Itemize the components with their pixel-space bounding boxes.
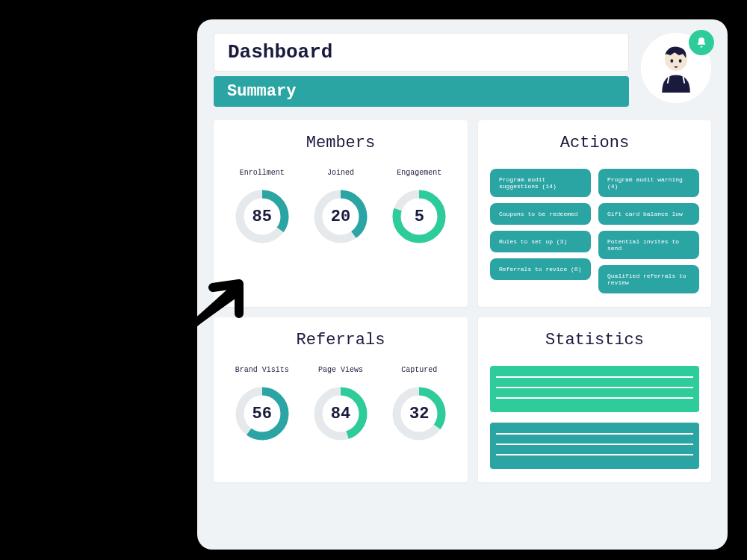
donut-item: Engagement 5 (383, 169, 456, 247)
donut-value: 84 (331, 405, 350, 423)
statistics-blocks (490, 366, 699, 469)
donut-value: 32 (409, 405, 429, 423)
page-title: Dashboard (214, 33, 629, 72)
action-pill[interactable]: Qualified referrals to review (598, 265, 699, 293)
action-pill[interactable]: Gift card balance low (598, 203, 699, 225)
bell-icon (695, 37, 707, 49)
avatar[interactable] (641, 33, 711, 103)
action-pill[interactable]: Program audit suggestions (14) (490, 169, 591, 197)
stat-block (490, 423, 699, 469)
donut-label: Enrollment (226, 169, 298, 177)
referrals-card: Referrals Brand Visits 56 Page Views 84 … (214, 317, 468, 482)
donut-label: Captured (383, 366, 456, 374)
action-pill[interactable]: Coupons to be redeemed (490, 203, 591, 225)
donut-value: 20 (331, 208, 350, 226)
donut-chart: 5 (388, 186, 450, 247)
actions-left-col: Program audit suggestions (14)Coupons to… (490, 169, 591, 293)
members-card: Members Enrollment 85 Joined 20 Engageme… (214, 120, 468, 307)
header-row: Dashboard Summary (214, 33, 711, 107)
action-pill[interactable]: Rules to set up (3) (490, 231, 591, 252)
donut-item: Enrollment 85 (226, 169, 298, 247)
dashboard-panel: Dashboard Summary Members Enrollment (197, 19, 728, 550)
donut-chart: 20 (310, 186, 371, 247)
actions-columns: Program audit suggestions (14)Coupons to… (490, 169, 699, 293)
header-left: Dashboard Summary (214, 33, 629, 107)
donut-value: 5 (415, 208, 424, 226)
donut-chart: 56 (232, 383, 293, 444)
actions-title: Actions (490, 134, 699, 152)
donut-chart: 84 (310, 383, 371, 444)
referrals-donuts: Brand Visits 56 Page Views 84 Captured 3… (226, 366, 456, 444)
donut-label: Joined (304, 169, 376, 177)
donut-label: Engagement (383, 169, 456, 177)
svg-point-3 (679, 59, 682, 63)
notification-badge[interactable] (689, 30, 714, 55)
referrals-title: Referrals (226, 331, 456, 349)
donut-item: Brand Visits 56 (226, 366, 298, 444)
members-donuts: Enrollment 85 Joined 20 Engagement 5 (226, 169, 456, 247)
actions-card: Actions Program audit suggestions (14)Co… (478, 120, 711, 307)
statistics-card: Statistics (478, 317, 711, 482)
action-pill[interactable]: Potential invites to send (598, 231, 699, 259)
svg-point-2 (670, 59, 673, 63)
donut-label: Page Views (304, 366, 376, 374)
donut-value: 56 (252, 405, 271, 423)
donut-value: 85 (252, 208, 271, 226)
stat-block (490, 366, 699, 412)
donut-chart: 32 (388, 383, 450, 444)
donut-item: Joined 20 (304, 169, 376, 247)
donut-label: Brand Visits (226, 366, 298, 374)
action-pill[interactable]: Program audit warning (4) (598, 169, 699, 197)
members-title: Members (226, 134, 456, 152)
statistics-title: Statistics (490, 331, 699, 349)
donut-item: Page Views 84 (304, 366, 376, 444)
donut-chart: 85 (232, 186, 293, 247)
donut-item: Captured 32 (383, 366, 456, 444)
actions-right-col: Program audit warning (4)Gift card balan… (598, 169, 699, 293)
action-pill[interactable]: Referrals to revice (6) (490, 258, 591, 280)
page-subtitle: Summary (214, 76, 629, 107)
content-grid: Members Enrollment 85 Joined 20 Engageme… (214, 120, 711, 482)
